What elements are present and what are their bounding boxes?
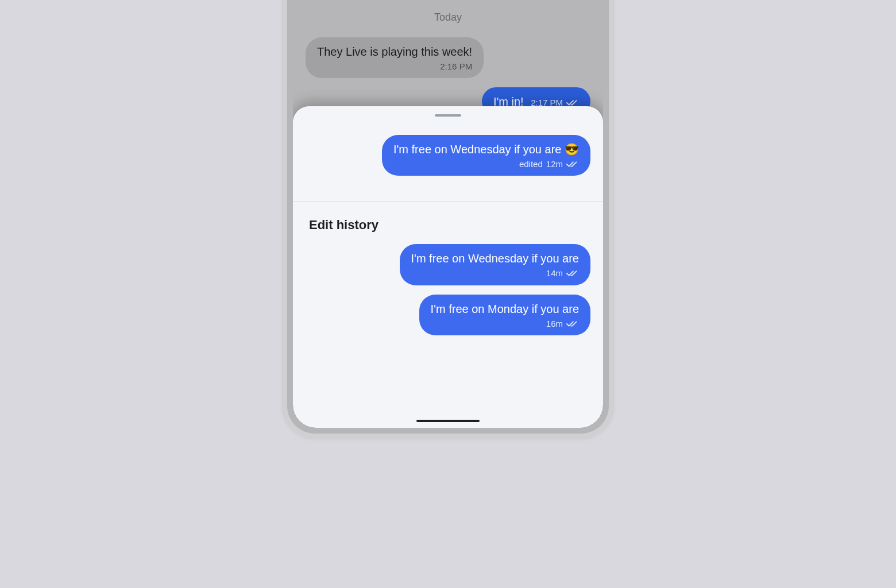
date-separator: Today bbox=[293, 11, 603, 24]
received-message-bubble[interactable]: They Live is playing this week! 2:16 PM bbox=[306, 37, 484, 78]
read-receipt-icon bbox=[566, 269, 579, 277]
message-text: I'm free on Wednesday if you are 😎 bbox=[393, 142, 579, 157]
phone-frame: Today They Live is playing this week! 2:… bbox=[287, 0, 609, 434]
message-text: They Live is playing this week! bbox=[317, 44, 472, 60]
history-message-bubble[interactable]: I'm free on Monday if you are 16m bbox=[419, 295, 590, 335]
read-receipt-icon bbox=[566, 160, 579, 168]
message-text: I'm free on Monday if you are bbox=[431, 301, 579, 317]
message-row-received: They Live is playing this week! 2:16 PM bbox=[293, 37, 603, 78]
history-row: I'm free on Wednesday if you are 14m bbox=[306, 244, 590, 285]
current-message-bubble[interactable]: I'm free on Wednesday if you are 😎 edite… bbox=[382, 135, 590, 176]
phone-screen: Today They Live is playing this week! 2:… bbox=[293, 0, 603, 428]
edited-label: edited bbox=[519, 158, 543, 170]
edit-history-sheet[interactable]: I'm free on Wednesday if you are 😎 edite… bbox=[293, 106, 603, 428]
message-age: 14m bbox=[546, 268, 563, 279]
history-row: I'm free on Monday if you are 16m bbox=[306, 295, 590, 335]
home-indicator[interactable] bbox=[416, 420, 480, 422]
message-text: I'm free on Wednesday if you are bbox=[411, 251, 580, 266]
read-receipt-icon bbox=[566, 320, 579, 328]
message-age: 12m bbox=[546, 158, 563, 170]
history-message-bubble[interactable]: I'm free on Wednesday if you are 14m bbox=[400, 244, 591, 285]
message-timestamp: 2:16 PM bbox=[440, 61, 472, 72]
current-message-row: I'm free on Wednesday if you are 😎 edite… bbox=[306, 135, 590, 176]
edit-history-title: Edit history bbox=[293, 202, 603, 244]
message-age: 16m bbox=[546, 318, 563, 330]
edit-history-list: I'm free on Wednesday if you are 14m I'm… bbox=[293, 244, 603, 349]
